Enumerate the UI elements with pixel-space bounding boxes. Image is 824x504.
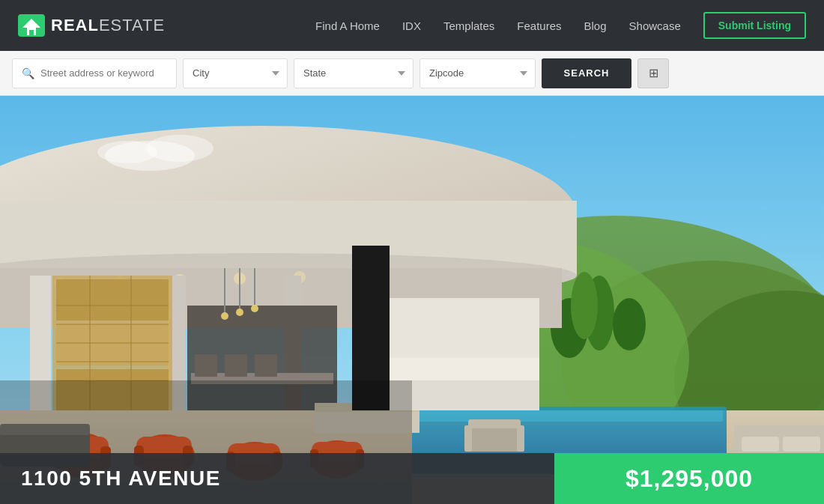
nav-features[interactable]: Features	[517, 19, 561, 32]
city-select[interactable]: City	[183, 58, 288, 88]
svg-rect-16	[464, 425, 524, 452]
svg-point-51	[221, 312, 228, 320]
grid-view-button[interactable]: ⊞	[637, 58, 669, 88]
address-search-input[interactable]	[40, 67, 167, 79]
svg-rect-47	[255, 354, 277, 377]
hero-image	[0, 96, 824, 504]
property-address-text: 1100 5TH AVENUE	[21, 467, 221, 491]
svg-point-52	[236, 309, 243, 316]
svg-rect-19	[517, 425, 524, 452]
property-price-block: $1,295,000	[554, 453, 824, 504]
svg-point-53	[251, 305, 258, 312]
address-search-wrap: 🔍	[12, 58, 177, 88]
svg-point-12	[571, 272, 598, 339]
search-icon: 🔍	[22, 67, 34, 79]
svg-rect-34	[56, 324, 169, 365]
main-nav: Find A Home IDX Templates Features Blog …	[315, 12, 806, 39]
svg-rect-18	[464, 425, 472, 452]
zipcode-select[interactable]: Zipcode	[419, 58, 536, 88]
nav-templates[interactable]: Templates	[443, 19, 494, 32]
header: REALESTATE Find A Home IDX Templates Fea…	[0, 0, 824, 51]
svg-rect-3	[29, 30, 34, 35]
search-button[interactable]: SEARCH	[542, 58, 631, 88]
svg-rect-75	[742, 437, 779, 452]
svg-rect-46	[225, 354, 247, 377]
property-banner: 1100 5TH AVENUE $1,295,000	[0, 453, 824, 504]
logo-icon	[18, 14, 45, 37]
search-bar: 🔍 City State Zipcode SEARCH ⊞	[0, 51, 824, 96]
svg-rect-76	[783, 437, 820, 452]
svg-point-11	[613, 298, 646, 350]
svg-point-79	[97, 141, 157, 163]
nav-blog[interactable]: Blog	[584, 19, 607, 32]
svg-rect-17	[468, 419, 521, 428]
svg-rect-82	[390, 358, 539, 380]
svg-rect-33	[56, 279, 169, 321]
svg-point-78	[146, 135, 213, 162]
property-address-block: 1100 5TH AVENUE	[0, 453, 554, 504]
svg-rect-81	[390, 298, 539, 358]
state-select[interactable]: State	[294, 58, 413, 88]
nav-idx[interactable]: IDX	[402, 19, 421, 32]
svg-rect-15	[416, 410, 723, 422]
logo-text: REALESTATE	[51, 16, 165, 35]
submit-listing-button[interactable]: Submit Listing	[703, 12, 806, 39]
logo[interactable]: REALESTATE	[18, 14, 165, 37]
nav-showcase[interactable]: Showcase	[629, 19, 681, 32]
svg-rect-45	[195, 354, 217, 377]
property-price-text: $1,295,000	[625, 465, 753, 493]
hero-section: 1100 5TH AVENUE $1,295,000	[0, 96, 824, 504]
nav-find-a-home[interactable]: Find A Home	[315, 19, 380, 32]
